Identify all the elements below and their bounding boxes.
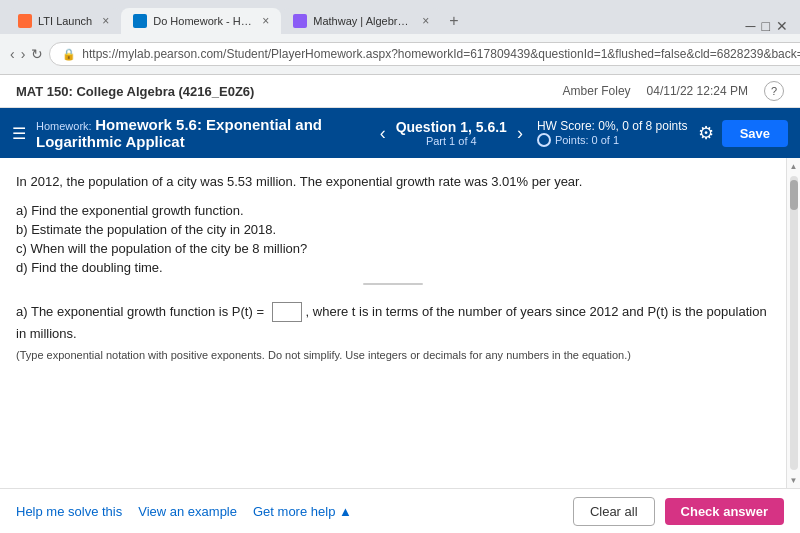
hw-score: HW Score: 0%, 0 of 8 points [537,119,688,133]
points-value: Points: 0 of 1 [555,134,619,146]
problem-part-a: a) Find the exponential growth function. [16,203,770,218]
clear-all-button[interactable]: Clear all [573,497,655,526]
problem-part-b: b) Estimate the population of the city i… [16,222,770,237]
prev-question-button[interactable]: ‹ [376,119,390,148]
tab-icon-lti [18,14,32,28]
hw-score-section: HW Score: 0%, 0 of 8 points Points: 0 of… [537,119,688,147]
settings-button[interactable]: ⚙ [698,122,714,144]
save-button[interactable]: Save [722,120,788,147]
problem-part-d: d) Find the doubling time. [16,260,770,275]
scroll-down-button[interactable]: ▼ [787,472,801,488]
tab-close-mathway[interactable]: × [422,14,429,28]
answer-input[interactable] [272,302,302,322]
scroll-thumb [790,180,798,210]
menu-icon[interactable]: ☰ [12,124,26,143]
hw-header-actions: ⚙ Save [698,120,788,147]
answer-note: (Type exponential notation with positive… [16,349,770,361]
address-text: https://mylab.pearson.com/Student/Player… [82,47,800,61]
question-part: Part 1 of 4 [396,135,507,147]
maximize-button[interactable]: □ [762,18,770,34]
browser-chrome: LTI Launch × Do Homework - Homework 5.6:… [0,0,800,75]
get-more-help-link[interactable]: Get more help ▲ [253,504,352,519]
scroll-up-button[interactable]: ▲ [787,158,801,174]
page-datetime: 04/11/22 12:24 PM [647,84,748,98]
tab-close-pearson[interactable]: × [262,14,269,28]
forward-button[interactable]: › [21,42,26,66]
bottom-left: Help me solve this View an example Get m… [16,504,352,519]
close-window-button[interactable]: ✕ [776,18,788,34]
view-example-link[interactable]: View an example [138,504,237,519]
problem-intro: In 2012, the population of a city was 5.… [16,172,770,193]
tab-icon-mathway [293,14,307,28]
page-header: MAT 150: College Algebra (4216_E0Z6) Amb… [0,75,800,108]
scroll-bar: ▲ ▼ [786,158,800,488]
help-button[interactable]: ? [764,81,784,101]
check-answer-button[interactable]: Check answer [665,498,784,525]
problem-part-c: c) When will the population of the city … [16,241,770,256]
next-question-button[interactable]: › [513,119,527,148]
browser-controls: ‹ › ↻ 🔒 https://mylab.pearson.com/Studen… [0,34,800,74]
tab-pearson[interactable]: Do Homework - Homework 5.6: × [121,8,281,34]
back-button[interactable]: ‹ [10,42,15,66]
user-name: Amber Foley [563,84,631,98]
hw-question-info: Question 1, 5.6.1 Part 1 of 4 [396,119,507,147]
content-wrapper: In 2012, the population of a city was 5.… [0,158,800,488]
points-circle-icon [537,133,551,147]
page-title: MAT 150: College Algebra (4216_E0Z6) [16,84,254,99]
hw-title-section: Homework: Homework 5.6: Exponential and … [36,116,366,150]
refresh-button[interactable]: ↻ [31,42,43,66]
main-content: In 2012, the population of a city was 5.… [0,158,786,488]
points-section: Points: 0 of 1 [537,133,688,147]
scroll-track[interactable] [790,176,798,470]
answer-prefix: a) The exponential growth function is P(… [16,304,268,319]
address-bar[interactable]: 🔒 https://mylab.pearson.com/Student/Play… [49,42,800,66]
tab-label-mathway: Mathway | Algebra Problem Sol... [313,15,412,27]
new-tab-button[interactable]: + [441,8,466,34]
page-meta: Amber Foley 04/11/22 12:24 PM ? [563,81,784,101]
question-number: Question 1, 5.6.1 [396,119,507,135]
bottom-action-bar: Help me solve this View an example Get m… [0,488,800,533]
lock-icon: 🔒 [62,48,76,61]
tab-lti[interactable]: LTI Launch × [6,8,121,34]
tab-label-lti: LTI Launch [38,15,92,27]
hw-question-section: ‹ Question 1, 5.6.1 Part 1 of 4 › [376,119,527,148]
tab-mathway[interactable]: Mathway | Algebra Problem Sol... × [281,8,441,34]
answer-section: a) The exponential growth function is P(… [16,301,770,361]
tab-icon-pearson [133,14,147,28]
divider-line [363,283,423,285]
minimize-button[interactable]: ─ [746,18,756,34]
content-divider [16,279,770,289]
tab-label-pearson: Do Homework - Homework 5.6: [153,15,252,27]
homework-header: ☰ Homework: Homework 5.6: Exponential an… [0,108,800,158]
hw-label: Homework: [36,120,92,132]
bottom-right: Clear all Check answer [573,497,784,526]
tab-bar: LTI Launch × Do Homework - Homework 5.6:… [0,0,800,34]
help-solve-link[interactable]: Help me solve this [16,504,122,519]
tab-close-lti[interactable]: × [102,14,109,28]
